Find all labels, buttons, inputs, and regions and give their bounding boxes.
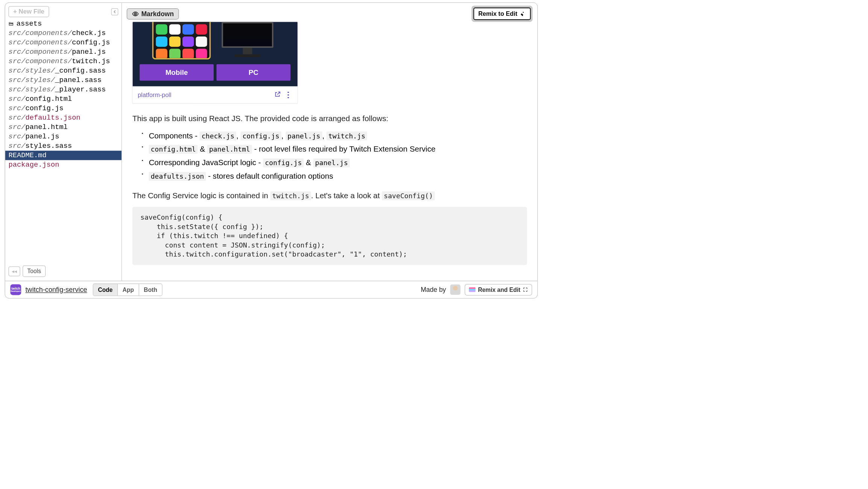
inline-code: panel.js	[313, 158, 350, 167]
view-tab-app[interactable]: App	[117, 284, 139, 296]
inline-code: deafults.json	[149, 172, 206, 181]
phone-image	[152, 22, 211, 59]
list-item: Corresponding JavaScript logic - config.…	[142, 156, 527, 169]
extension-screenshot: Mobile PC platform-poll ⋯	[132, 22, 298, 104]
app-frame: + New File assetssrc/components/check.js…	[5, 2, 538, 299]
inline-code: panel.js	[285, 131, 322, 140]
collapse-sidebar-button[interactable]	[111, 8, 118, 15]
author-avatar[interactable]	[450, 284, 461, 295]
file-tree-item[interactable]: src/styles.sass	[5, 141, 121, 151]
screenshot-image-row	[140, 22, 290, 59]
remix-and-edit-button[interactable]: Remix and Edit	[465, 284, 532, 296]
inline-code: config.js	[241, 131, 281, 140]
code-block: saveConfig(config) { this.setState({ con…	[132, 207, 527, 265]
view-tab-both[interactable]: Both	[139, 284, 162, 296]
remix-bottom-label: Remix and Edit	[478, 286, 520, 293]
file-tree[interactable]: assetssrc/components/check.jssrc/compone…	[5, 19, 121, 263]
file-tree-item[interactable]: src/config.html	[5, 94, 121, 104]
inline-code: twitch.js	[270, 191, 311, 200]
doc-list: Components - check.js, config.js, panel.…	[132, 129, 527, 183]
list-item: config.html & panel.html - root level fi…	[142, 142, 527, 156]
document-scroll[interactable]: Mobile PC platform-poll ⋯ This app is bu…	[122, 3, 537, 281]
screenshot-footer: platform-poll ⋯	[133, 86, 298, 103]
twitch-dev-icon: twitchDevelopers	[11, 284, 21, 295]
view-toggle: CodeAppBoth	[93, 283, 162, 296]
file-tree-item[interactable]: src/panel.js	[5, 132, 121, 141]
file-tree-item[interactable]: README.md	[5, 151, 121, 160]
inline-code: twitch.js	[326, 131, 367, 140]
remix-edit-label: Remix to Edit	[478, 10, 517, 17]
file-tree-item[interactable]: src/components/panel.js	[5, 47, 121, 57]
view-tab-code[interactable]: Code	[93, 284, 117, 296]
list-item: Components - check.js, config.js, panel.…	[142, 129, 527, 142]
file-tree-item[interactable]: src/components/twitch.js	[5, 57, 121, 66]
vote-pc-button: PC	[217, 64, 291, 81]
inline-code: saveConfig()	[382, 191, 435, 200]
file-tree-item[interactable]: src/components/config.js	[5, 38, 121, 47]
rewind-button[interactable]: ◂◂	[9, 266, 20, 276]
inline-code: panel.html	[207, 145, 252, 154]
sidebar-bottom: ◂◂ Tools	[5, 263, 121, 281]
popout-icon	[274, 91, 281, 99]
markdown-label: Markdown	[141, 10, 174, 18]
svg-point-0	[135, 13, 136, 14]
inline-code: check.js	[200, 131, 236, 140]
main-area: + New File assetssrc/components/check.js…	[5, 3, 537, 281]
made-by-label: Made by	[421, 286, 446, 293]
tools-button[interactable]: Tools	[23, 266, 46, 277]
more-dots-icon: ⋯	[284, 91, 293, 99]
file-tree-item[interactable]: src/panel.html	[5, 123, 121, 132]
new-file-button[interactable]: + New File	[9, 6, 49, 17]
expand-icon	[523, 287, 528, 292]
eye-icon	[132, 10, 139, 17]
file-tree-item[interactable]: src/defaults.json	[5, 113, 121, 123]
screenshot-body: Mobile PC	[133, 22, 298, 86]
bottom-bar: twitchDevelopers twitch-config-service C…	[5, 281, 537, 298]
vote-mobile-button: Mobile	[140, 64, 214, 81]
remix-edit-wrap: Remix to Edit	[472, 6, 533, 22]
poll-name-label: platform-poll	[138, 91, 171, 98]
glitch-icon	[469, 287, 476, 292]
pc-image	[217, 22, 278, 59]
doc-paragraph-intro: This app is built using React JS. The pr…	[132, 113, 527, 124]
sidebar-top: + New File	[5, 3, 121, 19]
file-tree-item[interactable]: src/styles/_config.sass	[5, 66, 121, 76]
folder-icon	[9, 21, 15, 26]
markdown-toggle-button[interactable]: Markdown	[127, 8, 179, 20]
list-item: deafults.json - stores default configura…	[142, 169, 527, 183]
content-pane: Markdown Remix to Edit	[122, 3, 537, 281]
chevron-left-icon	[113, 10, 117, 14]
rewind-icon: ◂◂	[12, 268, 17, 274]
file-tree-item[interactable]: src/components/check.js	[5, 29, 121, 38]
doc-paragraph-config: The Config Service logic is contained in…	[132, 190, 527, 201]
microphone-sparkle-icon	[520, 11, 526, 17]
file-tree-item[interactable]: package.json	[5, 160, 121, 170]
inline-code: config.html	[149, 145, 198, 154]
remix-to-edit-button[interactable]: Remix to Edit	[473, 8, 531, 20]
inline-code: config.js	[263, 158, 303, 167]
sidebar: + New File assetssrc/components/check.js…	[5, 3, 122, 281]
vote-row: Mobile PC	[140, 64, 290, 81]
file-tree-item[interactable]: src/config.js	[5, 104, 121, 113]
file-tree-item[interactable]: src/styles/_player.sass	[5, 85, 121, 94]
file-tree-item[interactable]: src/styles/_panel.sass	[5, 76, 121, 85]
project-name-link[interactable]: twitch-config-service	[26, 286, 87, 294]
file-tree-item[interactable]: assets	[5, 19, 121, 29]
content-toolbar: Markdown Remix to Edit	[127, 6, 533, 22]
